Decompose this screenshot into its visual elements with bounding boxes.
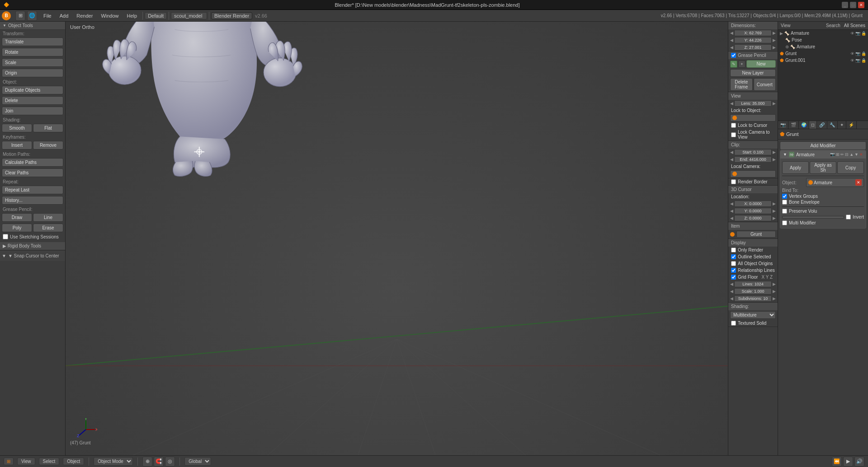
- scale-btn[interactable]: Scale: [2, 58, 63, 67]
- audio-icon[interactable]: 🔊: [854, 457, 864, 467]
- tab-world[interactable]: 🌍: [799, 121, 809, 129]
- cursor-x[interactable]: X: 0.0000: [734, 201, 772, 207]
- outliner-item-armature2[interactable]: ⊕ 🦴 Armature: [778, 43, 868, 50]
- cursor-y[interactable]: Y: 0.0000: [734, 208, 772, 214]
- subdiv-right[interactable]: ▶: [773, 296, 776, 301]
- outline-cb[interactable]: [731, 254, 736, 259]
- lock-object-swatch[interactable]: [730, 114, 776, 121]
- scene-name[interactable]: scout_model: [171, 12, 207, 19]
- line-btn[interactable]: Line: [33, 213, 63, 222]
- cursor-z[interactable]: Z: 0.0000: [734, 215, 772, 221]
- mod-up-icon[interactable]: ▲: [849, 152, 854, 157]
- mod-render-icon[interactable]: ⊞: [836, 152, 840, 157]
- rotate-btn[interactable]: Rotate: [2, 48, 63, 56]
- item-grunt-value[interactable]: Grunt: [736, 231, 776, 238]
- all-origins-cb[interactable]: [731, 261, 736, 266]
- invert-cb[interactable]: [846, 215, 851, 219]
- object-tools-header[interactable]: ▼ Object Tools: [0, 22, 65, 30]
- lock-cursor-cb[interactable]: [731, 123, 736, 128]
- mod-collapse-icon[interactable]: ▼: [783, 152, 787, 157]
- menu-add[interactable]: Add: [56, 12, 72, 19]
- transform-space-select[interactable]: Global: [184, 457, 211, 466]
- clip-end-left[interactable]: ◀: [730, 157, 733, 162]
- blender-logo[interactable]: B: [2, 11, 11, 20]
- mod-edit-icon[interactable]: ✏: [840, 152, 844, 157]
- lens-left[interactable]: ◀: [730, 101, 733, 106]
- add-modifier-btn[interactable]: Add Modifier: [780, 141, 866, 150]
- local-camera-swatch[interactable]: [730, 170, 776, 177]
- dim-x-value[interactable]: X: 62.769: [734, 30, 772, 36]
- cx-left[interactable]: ◀: [730, 201, 733, 206]
- apply-as-sh-btn[interactable]: Apply as Sh: [810, 161, 836, 174]
- item-header[interactable]: Item: [728, 222, 778, 230]
- dim-y-value[interactable]: Y: 44.226: [734, 37, 772, 43]
- snap-icon[interactable]: 🧲: [154, 457, 164, 467]
- poly-btn[interactable]: Poly: [2, 224, 32, 232]
- dim-x-left[interactable]: ◀: [730, 31, 733, 35]
- menu-file[interactable]: File: [40, 12, 55, 19]
- preserve-vol-cb[interactable]: [782, 209, 787, 214]
- pivot-icon[interactable]: ⊕: [142, 457, 152, 467]
- remove-btn[interactable]: Remove: [33, 141, 63, 149]
- rel-lines-cb[interactable]: [731, 268, 736, 273]
- outliner-search[interactable]: Search: [826, 23, 840, 28]
- subdiv-value[interactable]: Subdivisions: 10: [734, 295, 772, 302]
- maximize-btn[interactable]: □: [850, 2, 856, 8]
- cz-left[interactable]: ◀: [730, 216, 733, 220]
- camera-icon[interactable]: 📷: [855, 31, 860, 36]
- outliner-scenes[interactable]: All Scenes: [844, 23, 865, 28]
- rigid-body-header[interactable]: ▶ Rigid Body Tools: [0, 242, 65, 250]
- outliner-item-grunt001[interactable]: ⬟ Grunt.001 👁 📷 🔒: [778, 57, 868, 64]
- camera2-icon[interactable]: 📷: [855, 51, 860, 56]
- select-btn[interactable]: Select: [39, 458, 60, 465]
- minimize-btn[interactable]: _: [842, 2, 848, 8]
- mod-object-clear-btn[interactable]: ✕: [855, 179, 862, 186]
- outliner-view[interactable]: View: [781, 23, 791, 28]
- menu-help[interactable]: Help: [123, 12, 141, 19]
- outliner-item-armature[interactable]: ▶ 🦴 Armature 👁 📷 🔒: [778, 30, 868, 37]
- clip-start-right[interactable]: ▶: [773, 150, 776, 154]
- origin-btn[interactable]: Origin: [2, 69, 63, 77]
- clip-end-value[interactable]: End: 4416.000: [734, 156, 772, 163]
- dimensions-header[interactable]: Dimensions:: [728, 22, 778, 29]
- subdiv-left[interactable]: ◀: [730, 296, 733, 301]
- render-engine-select[interactable]: Blender Render: [211, 12, 252, 19]
- mod-object-input[interactable]: Armature ✕: [806, 178, 864, 187]
- tab-render[interactable]: 📷: [778, 121, 788, 129]
- lines-value[interactable]: Lines: 1024: [734, 281, 772, 287]
- calculate-paths-btn[interactable]: Calculate Paths: [2, 158, 63, 167]
- dim-y-left[interactable]: ◀: [730, 38, 733, 42]
- lines-right[interactable]: ▶: [773, 282, 776, 286]
- camera3-icon[interactable]: 📷: [855, 58, 860, 63]
- render-border-cb[interactable]: [731, 179, 736, 184]
- lock2-icon[interactable]: 🔒: [861, 51, 866, 56]
- mod-camera-icon[interactable]: 📷: [830, 152, 835, 157]
- eye-icon[interactable]: 👁: [850, 31, 854, 36]
- scene-selector[interactable]: ⊞: [4, 458, 14, 465]
- clear-paths-btn[interactable]: Clear Paths: [2, 168, 63, 177]
- textured-solid-cb[interactable]: [731, 321, 736, 326]
- dim-z-right[interactable]: ▶: [773, 45, 776, 50]
- view-btn[interactable]: View: [17, 458, 35, 465]
- gp-draw-icon[interactable]: ✎: [730, 61, 737, 68]
- eye2-icon[interactable]: 👁: [850, 51, 854, 56]
- mod-delete-icon[interactable]: ✕: [859, 152, 863, 157]
- timeline-icon[interactable]: ⏪: [832, 457, 842, 467]
- view-header[interactable]: View: [728, 92, 778, 100]
- clip-start-left[interactable]: ◀: [730, 150, 733, 154]
- lock-camera-cb[interactable]: [731, 132, 736, 137]
- translate-btn[interactable]: Translate: [2, 37, 63, 46]
- tab-constraints[interactable]: 🔗: [817, 121, 827, 129]
- shading-select[interactable]: Multitexture: [730, 311, 776, 319]
- gp-checkbox[interactable]: [731, 53, 736, 58]
- grid-floor-cb[interactable]: [731, 275, 736, 280]
- layout-select[interactable]: Default: [145, 12, 167, 19]
- cx-right[interactable]: ▶: [773, 201, 776, 206]
- mode-select[interactable]: Object Mode: [94, 457, 133, 466]
- scale-left[interactable]: ◀: [730, 289, 733, 294]
- only-render-cb[interactable]: [731, 248, 736, 252]
- gp-delete-frame-btn[interactable]: Delete Frame: [730, 78, 753, 91]
- gp-add-icon[interactable]: +: [738, 61, 745, 68]
- cy-left[interactable]: ◀: [730, 209, 733, 213]
- sketching-checkbox[interactable]: [3, 234, 8, 239]
